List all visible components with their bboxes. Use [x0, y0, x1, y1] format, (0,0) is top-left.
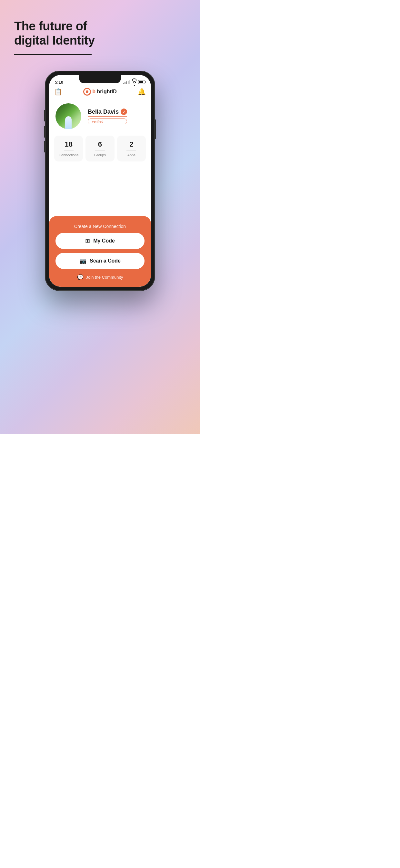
battery-icon — [138, 80, 145, 84]
connections-label: Connections — [59, 153, 78, 157]
stat-divider — [64, 151, 73, 151]
white-card-area: Bella Davis ✓ verified — [49, 98, 151, 216]
groups-count: 6 — [98, 140, 102, 149]
phone-mockup: 5:10 — [45, 71, 155, 290]
wifi-icon — [132, 79, 136, 86]
stats-row: 18 Connections 6 Groups 2 Apps — [49, 135, 151, 166]
verified-label: verified — [92, 120, 103, 123]
headline-divider — [14, 54, 92, 55]
phone-notch — [79, 75, 121, 83]
my-code-label: My Code — [93, 238, 115, 244]
community-icon: 💬 — [77, 274, 84, 280]
verified-badge: verified — [88, 119, 127, 124]
join-community-label: Join the Community — [86, 275, 123, 280]
verified-check-icon: ✓ — [121, 108, 127, 115]
stat-divider-2 — [95, 151, 105, 151]
my-code-button[interactable]: ⊞ My Code — [56, 233, 144, 249]
profile-name: Bella Davis ✓ — [88, 108, 127, 115]
headline-line1: The future of — [14, 20, 87, 33]
camera-icon: 📷 — [79, 257, 87, 265]
user-avatar — [56, 103, 81, 129]
logo-circle-icon — [83, 88, 91, 96]
profile-name-text: Bella Davis — [88, 108, 119, 115]
profile-section: Bella Davis ✓ verified — [49, 98, 151, 135]
orange-section: Create a New Connection ⊞ My Code 📷 Scan… — [49, 216, 151, 287]
name-underline — [88, 116, 127, 117]
phone-wrapper: 5:10 — [14, 71, 186, 290]
signal-icon — [123, 80, 130, 84]
stat-card-apps[interactable]: 2 Apps — [117, 135, 146, 161]
logo-text: b brightID — [92, 89, 117, 95]
app-header: 📋 b brightID 🔔 — [49, 87, 151, 98]
phone-screen: 5:10 — [49, 75, 151, 287]
page-content: The future of digital Identity 5:10 — [0, 0, 200, 290]
stat-card-groups[interactable]: 6 Groups — [86, 135, 114, 161]
scan-code-label: Scan a Code — [90, 258, 121, 264]
stat-divider-3 — [127, 151, 136, 151]
scan-code-button[interactable]: 📷 Scan a Code — [56, 253, 144, 269]
status-time: 5:10 — [55, 80, 63, 85]
status-icons — [123, 79, 145, 86]
stat-card-connections[interactable]: 18 Connections — [54, 135, 83, 161]
groups-label: Groups — [94, 153, 106, 157]
app-logo: b brightID — [83, 88, 117, 96]
clipboard-icon[interactable]: 📋 — [54, 88, 62, 96]
connections-count: 18 — [65, 140, 72, 149]
logo-accent: b — [92, 89, 96, 94]
apps-label: Apps — [127, 153, 135, 157]
create-connection-title: Create a New Connection — [74, 224, 126, 229]
join-community-link[interactable]: 💬 Join the Community — [77, 274, 123, 280]
qr-icon: ⊞ — [85, 237, 90, 244]
headline: The future of digital Identity — [14, 20, 186, 48]
profile-info: Bella Davis ✓ verified — [88, 108, 127, 124]
bell-icon[interactable]: 🔔 — [138, 88, 146, 96]
headline-line2: digital Identity — [14, 34, 95, 47]
avatar-image — [56, 103, 81, 129]
apps-count: 2 — [129, 140, 133, 149]
